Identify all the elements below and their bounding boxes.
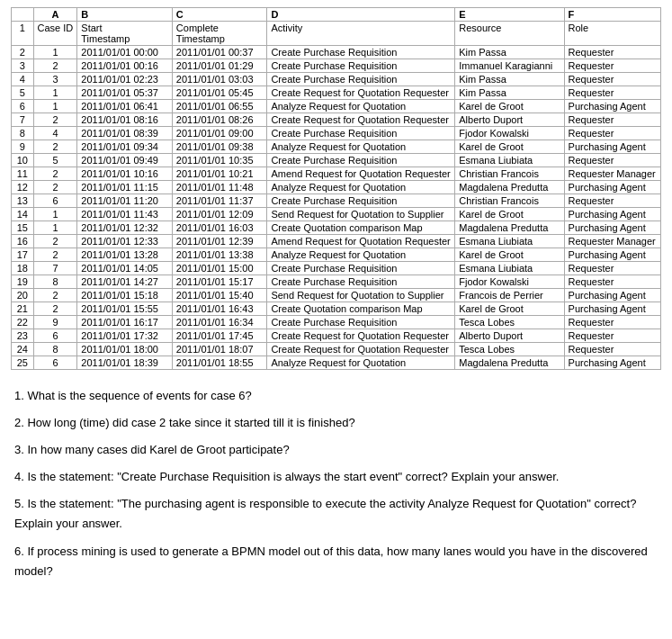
resource-cell: Magdalena Predutta	[455, 356, 564, 370]
resource-cell: Alberto Duport	[455, 329, 564, 343]
case-id-cell: 1	[33, 221, 77, 235]
table-row: 7 2 2011/01/01 08:16 2011/01/01 08:26 Cr…	[12, 113, 661, 127]
start-ts-cell: 2011/01/01 09:49	[77, 154, 173, 167]
activity-cell: Create Request for Quotation Requester	[267, 343, 455, 356]
case-id-cell: 1	[33, 208, 77, 221]
complete-ts-cell: 2011/01/01 06:55	[172, 100, 267, 113]
row-num: 7	[12, 113, 34, 127]
event-log-table: A B C D E F 1 Case ID StartTimestamp Com…	[11, 7, 661, 370]
row-num: 5	[12, 86, 34, 100]
start-ts-cell: 2011/01/01 15:55	[77, 302, 173, 316]
start-ts-cell: 2011/01/01 17:32	[77, 329, 173, 343]
row-num: 20	[12, 289, 34, 302]
activity-cell: Amend Request for Quotation Requester	[267, 167, 455, 181]
resource-cell: Karel de Groot	[455, 248, 564, 262]
main-page: A B C D E F 1 Case ID StartTimestamp Com…	[0, 0, 672, 596]
complete-ts-cell: 2011/01/01 10:35	[172, 154, 267, 167]
start-ts-cell: 2011/01/01 14:05	[77, 262, 173, 275]
table-row: 18 7 2011/01/01 14:05 2011/01/01 15:00 C…	[12, 262, 661, 275]
activity-cell: Create Purchase Requisition	[267, 59, 455, 73]
complete-timestamp-header: CompleteTimestamp	[172, 22, 267, 46]
resource-cell: Karel de Groot	[455, 100, 564, 113]
row-num: 18	[12, 262, 34, 275]
table-row: 20 2 2011/01/01 15:18 2011/01/01 15:40 S…	[12, 289, 661, 302]
start-ts-cell: 2011/01/01 12:33	[77, 235, 173, 248]
case-id-cell: 9	[33, 316, 77, 329]
activity-cell: Analyze Request for Quotation	[267, 248, 455, 262]
table-body: 2 1 2011/01/01 00:00 2011/01/01 00:37 Cr…	[12, 46, 661, 370]
questions-section: 1. What is the sequence of events for ca…	[11, 386, 661, 581]
activity-cell: Create Purchase Requisition	[267, 154, 455, 167]
start-ts-cell: 2011/01/01 05:37	[77, 86, 173, 100]
col-f-header: F	[564, 8, 660, 22]
case-id-cell: 2	[33, 289, 77, 302]
case-id-cell: 3	[33, 73, 77, 86]
case-id-cell: 1	[33, 100, 77, 113]
row-num: 14	[12, 208, 34, 221]
start-ts-cell: 2011/01/01 06:41	[77, 100, 173, 113]
role-cell: Requester	[564, 316, 660, 329]
question-3: 3. In how many cases did Karel de Groot …	[14, 440, 658, 460]
resource-cell: Fjodor Kowalski	[455, 127, 564, 140]
table-row: 14 1 2011/01/01 11:43 2011/01/01 12:09 S…	[12, 208, 661, 221]
activity-cell: Send Request for Quotation to Supplier	[267, 208, 455, 221]
column-header-row: A B C D E F	[12, 8, 661, 22]
table-row: 25 6 2011/01/01 18:39 2011/01/01 18:55 A…	[12, 356, 661, 370]
col-b-header: B	[77, 8, 173, 22]
complete-ts-cell: 2011/01/01 18:07	[172, 343, 267, 356]
row-num: 25	[12, 356, 34, 370]
activity-cell: Create Purchase Requisition	[267, 194, 455, 208]
activity-cell: Create Purchase Requisition	[267, 46, 455, 59]
row-num: 3	[12, 59, 34, 73]
case-id-cell: 2	[33, 167, 77, 181]
role-cell: Requester Manager	[564, 167, 660, 181]
resource-cell: Alberto Duport	[455, 113, 564, 127]
role-cell: Requester	[564, 154, 660, 167]
complete-ts-cell: 2011/01/01 17:45	[172, 329, 267, 343]
resource-cell: Immanuel Karagianni	[455, 59, 564, 73]
table-row: 6 1 2011/01/01 06:41 2011/01/01 06:55 An…	[12, 100, 661, 113]
table-row: 21 2 2011/01/01 15:55 2011/01/01 16:43 C…	[12, 302, 661, 316]
role-cell: Purchasing Agent	[564, 208, 660, 221]
activity-cell: Create Purchase Requisition	[267, 316, 455, 329]
complete-ts-cell: 2011/01/01 15:40	[172, 289, 267, 302]
case-id-cell: 4	[33, 127, 77, 140]
row-1-num: 1	[12, 22, 34, 46]
row-num: 8	[12, 127, 34, 140]
col-d-header: D	[267, 8, 455, 22]
question-2: 2. How long (time) did case 2 take since…	[14, 413, 658, 433]
role-cell: Purchasing Agent	[564, 356, 660, 370]
row-num: 10	[12, 154, 34, 167]
role-cell: Requester	[564, 329, 660, 343]
row-num: 22	[12, 316, 34, 329]
table-row: 15 1 2011/01/01 12:32 2011/01/01 16:03 C…	[12, 221, 661, 235]
row-num: 13	[12, 194, 34, 208]
case-id-cell: 1	[33, 46, 77, 59]
resource-cell: Karel de Groot	[455, 208, 564, 221]
role-cell: Requester	[564, 46, 660, 59]
case-id-cell: 1	[33, 86, 77, 100]
complete-ts-cell: 2011/01/01 12:09	[172, 208, 267, 221]
activity-cell: Create Quotation comparison Map	[267, 302, 455, 316]
start-ts-cell: 2011/01/01 12:32	[77, 221, 173, 235]
activity-cell: Analyze Request for Quotation	[267, 356, 455, 370]
table-row: 23 6 2011/01/01 17:32 2011/01/01 17:45 C…	[12, 329, 661, 343]
table-row: 9 2 2011/01/01 09:34 2011/01/01 09:38 An…	[12, 140, 661, 154]
activity-cell: Analyze Request for Quotation	[267, 100, 455, 113]
resource-cell: Christian Francois	[455, 194, 564, 208]
table-row: 13 6 2011/01/01 11:20 2011/01/01 11:37 C…	[12, 194, 661, 208]
role-cell: Purchasing Agent	[564, 302, 660, 316]
role-cell: Requester	[564, 73, 660, 86]
start-ts-cell: 2011/01/01 08:39	[77, 127, 173, 140]
case-id-cell: 6	[33, 194, 77, 208]
start-ts-cell: 2011/01/01 16:17	[77, 316, 173, 329]
col-c-header: C	[172, 8, 267, 22]
complete-ts-cell: 2011/01/01 12:39	[172, 235, 267, 248]
start-ts-cell: 2011/01/01 13:28	[77, 248, 173, 262]
activity-cell: Create Request for Quotation Requester	[267, 86, 455, 100]
row-num: 21	[12, 302, 34, 316]
resource-cell: Magdalena Predutta	[455, 221, 564, 235]
row-num: 12	[12, 181, 34, 194]
case-id-cell: 5	[33, 154, 77, 167]
activity-cell: Amend Request for Quotation Requester	[267, 235, 455, 248]
